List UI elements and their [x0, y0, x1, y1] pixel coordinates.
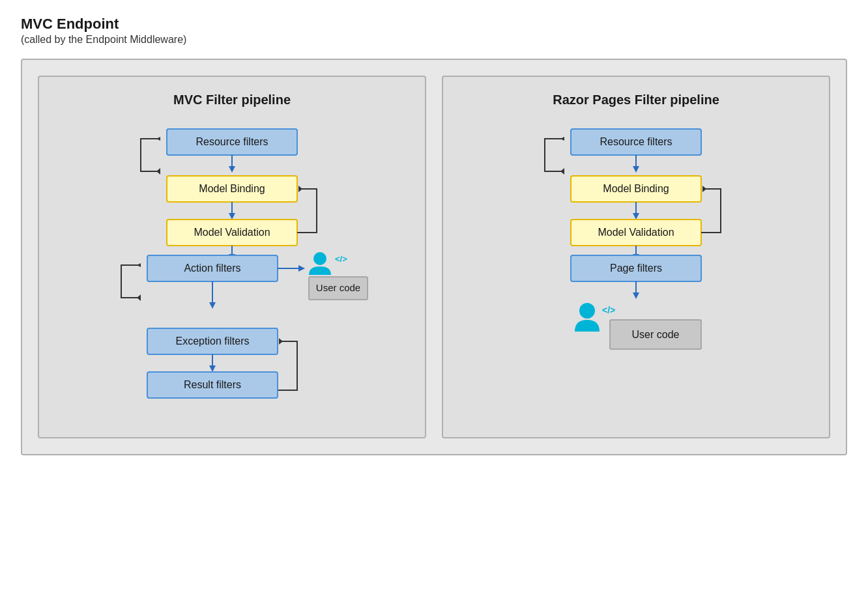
svg-marker-15	[137, 294, 141, 301]
svg-text:User code: User code	[316, 282, 360, 293]
outer-container: MVC Filter pipeline Resource filters	[21, 59, 847, 455]
svg-point-21	[313, 252, 326, 265]
svg-point-53	[579, 303, 595, 319]
svg-text:Model Binding: Model Binding	[603, 183, 669, 194]
mvc-model-binding-svg: Model Binding Model Validation	[128, 173, 336, 257]
mvc-pipeline-title: MVC Filter pipeline	[173, 93, 291, 107]
svg-text:Model Validation: Model Validation	[194, 227, 270, 238]
razor-user-code-svg: </> User code	[532, 299, 740, 358]
svg-marker-43	[633, 213, 639, 220]
svg-text:Resource filters: Resource filters	[600, 136, 672, 147]
svg-marker-29	[279, 338, 283, 345]
mvc-action-filters-svg: Action filters </> User code	[108, 252, 356, 330]
svg-text:</>: </>	[602, 305, 615, 315]
svg-text:Result filters: Result filters	[184, 379, 241, 390]
svg-marker-35	[560, 137, 564, 141]
svg-marker-39	[633, 166, 639, 173]
svg-marker-16	[137, 263, 141, 267]
svg-marker-1	[156, 137, 160, 141]
svg-text:Resource filters: Resource filters	[195, 136, 268, 147]
razor-pipeline-title: Razor Pages Filter pipeline	[553, 93, 719, 107]
page-title: MVC Endpoint	[21, 16, 847, 33]
svg-marker-20	[298, 265, 305, 272]
svg-marker-26	[209, 302, 216, 309]
razor-pipeline-box: Razor Pages Filter pipeline Resource fil…	[442, 76, 830, 438]
page-subtitle: (called by the Endpoint Middleware)	[21, 34, 847, 46]
svg-text:User code: User code	[632, 329, 680, 340]
mvc-resource-arrow-svg: Resource filters	[128, 126, 336, 178]
razor-flow: Resource filters Model Binding Model Val…	[464, 126, 808, 358]
svg-marker-12	[298, 186, 302, 192]
razor-model-binding-svg: Model Binding Model Validation	[532, 173, 740, 257]
svg-marker-5	[229, 166, 235, 173]
svg-marker-9	[229, 213, 235, 220]
mvc-flow: Resource filters Model Binding Model Val…	[60, 126, 404, 416]
mvc-pipeline-box: MVC Filter pipeline Resource filters	[38, 76, 426, 438]
svg-text:Exception filters: Exception filters	[176, 335, 250, 347]
svg-text:</>: </>	[335, 254, 347, 264]
mvc-exception-result-svg: Exception filters Result filters	[108, 325, 356, 416]
razor-page-filters-svg: Page filters	[532, 252, 740, 304]
svg-text:Model Validation: Model Validation	[598, 227, 674, 238]
svg-text:Action filters: Action filters	[184, 263, 240, 274]
svg-marker-46	[702, 186, 706, 192]
page-header: MVC Endpoint (called by the Endpoint Mid…	[21, 16, 847, 46]
razor-resource-arrow-svg: Resource filters	[532, 126, 740, 178]
svg-text:Model Binding: Model Binding	[199, 183, 265, 194]
svg-marker-52	[633, 292, 639, 299]
svg-marker-31	[209, 365, 216, 372]
svg-text:Page filters: Page filters	[610, 263, 662, 274]
